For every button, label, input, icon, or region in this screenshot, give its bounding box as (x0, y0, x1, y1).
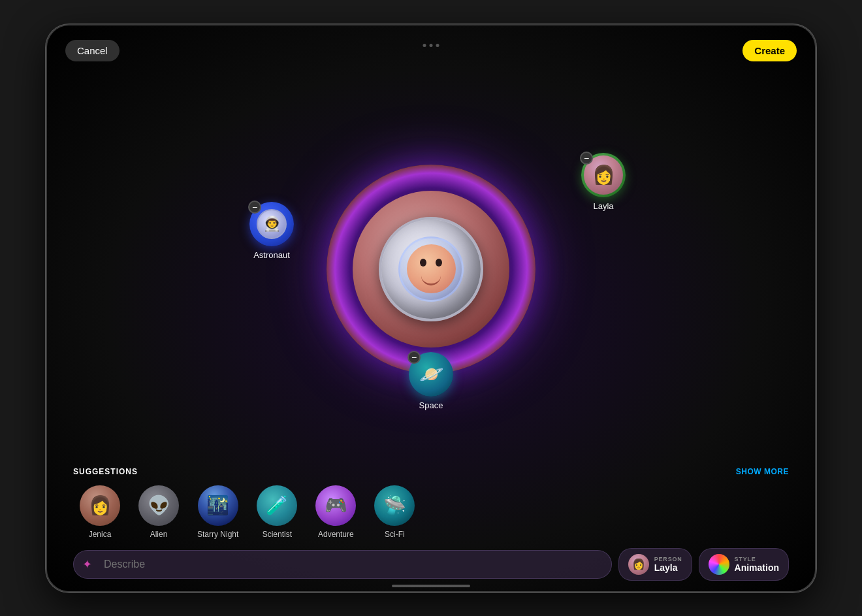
helmet-visor (398, 236, 464, 302)
memoji-astronaut (366, 197, 496, 341)
style-chip-label: STYLE (735, 556, 779, 562)
describe-input[interactable] (73, 550, 612, 579)
scientist-label: Scientist (263, 530, 292, 539)
alien-label: Alien (150, 530, 168, 539)
person-chip-text: PERSON Layla (654, 556, 682, 573)
jenica-label: Jenica (89, 530, 112, 539)
layla-label: Layla (593, 201, 613, 211)
left-eye (420, 259, 426, 267)
person-chip-label: PERSON (654, 556, 682, 562)
suggestions-title: SUGGESTIONS (73, 467, 138, 476)
style-chip-value: Animation (735, 562, 779, 573)
face-eyes (420, 259, 442, 267)
scifi-icon: 🛸 (374, 485, 415, 526)
input-wrapper: ✦ (73, 550, 612, 579)
suggestions-list: 👩 Jenica 👽 Alien 🌃 Starry Night 🧪 Scient… (73, 485, 789, 539)
remove-badge-astronaut[interactable] (248, 201, 261, 214)
scifi-label: Sci-Fi (385, 530, 405, 539)
remove-badge-layla[interactable] (580, 152, 593, 165)
person-chip-avatar: 👩 (628, 554, 649, 575)
style-chip[interactable]: STYLE Animation (699, 548, 789, 581)
create-button[interactable]: Create (742, 40, 797, 61)
tablet-frame: Cancel Create (46, 24, 816, 592)
bottom-bar: ✦ 👩 PERSON Layla STYLE Animation (73, 548, 789, 581)
suggestion-starry-night[interactable]: 🌃 Starry Night (197, 485, 238, 539)
face-smile (421, 276, 441, 285)
dots-menu[interactable] (423, 44, 439, 47)
person-chip-value: Layla (654, 562, 682, 573)
remove-badge-space[interactable] (407, 351, 421, 364)
suggestion-alien[interactable]: 👽 Alien (138, 485, 179, 539)
adventure-label: Adventure (318, 530, 354, 539)
central-glow (327, 165, 535, 374)
dot-3 (436, 44, 439, 47)
glow-ring (327, 165, 535, 374)
astronaut-suit (379, 217, 483, 321)
suggestion-jenica[interactable]: 👩 Jenica (80, 485, 120, 539)
astronaut-icon-inner (257, 209, 287, 239)
starry-night-label: Starry Night (197, 530, 238, 539)
style-chip-text: STYLE Animation (735, 556, 779, 573)
show-more-button[interactable]: SHOW MORE (736, 467, 789, 476)
floating-item-astronaut[interactable]: Astronaut (249, 202, 294, 260)
suggestions-bar: SUGGESTIONS SHOW MORE 👩 Jenica 👽 Alien 🌃… (47, 467, 815, 539)
starry-night-icon: 🌃 (198, 485, 238, 526)
cancel-button[interactable]: Cancel (65, 40, 120, 61)
right-eye (436, 259, 442, 267)
dot-1 (423, 44, 426, 47)
space-label: Space (419, 400, 443, 410)
suggestion-adventure[interactable]: 🎮 Adventure (315, 485, 356, 539)
floating-item-space[interactable]: Space (409, 352, 453, 410)
screen: Cancel Create (47, 25, 815, 591)
home-indicator (392, 585, 470, 587)
floating-item-layla[interactable]: 👩 Layla (581, 153, 626, 211)
person-chip[interactable]: 👩 PERSON Layla (618, 548, 692, 581)
astronaut-label: Astronaut (253, 250, 290, 260)
suggestions-header: SUGGESTIONS SHOW MORE (73, 467, 789, 476)
suggestion-scifi[interactable]: 🛸 Sci-Fi (374, 485, 415, 539)
jenica-icon: 👩 (80, 485, 120, 526)
suggestion-scientist[interactable]: 🧪 Scientist (257, 485, 297, 539)
avatar-center[interactable] (353, 191, 509, 348)
sparkle-icon: ✦ (82, 557, 92, 572)
dot-2 (430, 44, 433, 47)
adventure-icon: 🎮 (315, 485, 356, 526)
style-icon (709, 554, 729, 575)
scientist-icon: 🧪 (257, 485, 297, 526)
face-inside (407, 244, 456, 293)
alien-icon: 👽 (138, 485, 179, 526)
space-icon-inner (419, 363, 443, 385)
